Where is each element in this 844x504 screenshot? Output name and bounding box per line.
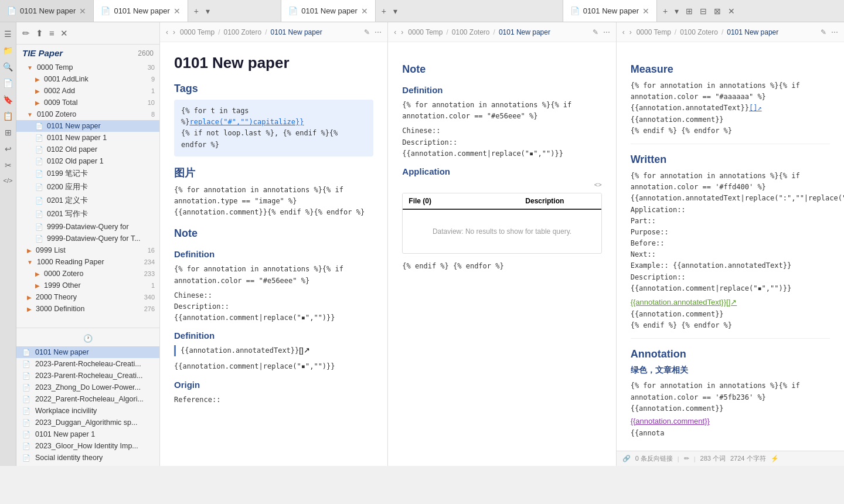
panel-2-edit-icon[interactable]: ✎ [591,27,600,38]
panel-1-edit-icon[interactable]: ✎ [363,27,371,38]
sidebar-tree-item[interactable]: 📄0102 Old paper [16,144,159,155]
sidebar-tree-item[interactable]: ▶2000 Theory340 [16,291,159,303]
sidebar-tree-item[interactable]: 📄0101 New paper 1 [16,132,159,144]
tree-item-count: 340 [144,294,155,301]
p2-breadcrumb-part-2[interactable]: 0100 Zotero [451,27,491,38]
tab-1-2-close[interactable]: ✕ [173,6,181,16]
status-link-count: 0 条反向链接 [635,454,673,463]
measure-link[interactable]: []↗ [749,104,762,112]
recent-item[interactable]: 📄Workplace incivility [16,405,159,417]
sidebar-tree-item[interactable]: 📄0101 New paper [16,120,159,132]
recent-item[interactable]: 📄0101 New paper 1 [16,428,159,440]
sidebar-tree-item[interactable]: 📄0201 定义卡 [16,194,159,207]
rail-search-icon[interactable]: 🔍 [1,60,15,74]
p3-annotated-green-link[interactable]: {{annotation.annotatedText}}[]↗ [631,298,737,307]
status-extra[interactable]: ⚡ [771,455,779,462]
recent-item[interactable]: 📄Social identity theory [16,452,159,464]
recent-item[interactable]: 📄2022_Parent-Rocheleau_Algori... [16,393,159,405]
sidebar-tree-item[interactable]: ▶0000 Zotero233 [16,268,159,280]
panel-2-forward[interactable]: › [400,27,404,38]
panel-3-forward[interactable]: › [628,27,633,38]
app-root: 📄 0101 New paper ✕ 📄 0101 New paper ✕ + … [0,0,844,466]
sidebar-close-icon[interactable]: ✕ [59,27,69,40]
tab-3-1-close[interactable]: ✕ [642,6,649,16]
rail-hamburger-icon[interactable]: ☰ [2,27,14,41]
recent-item[interactable]: 📄2023_Gloor_How Identity Imp... [16,440,159,452]
panel-3-more-icon[interactable]: ⋯ [830,27,839,38]
add-tab-2-button[interactable]: + [379,5,389,17]
p2-breadcrumb-part-1[interactable]: 0000 Temp [407,27,444,38]
rail-clipboard-icon[interactable]: 📋 [1,109,15,123]
breadcrumb-sep-2: / [264,27,268,38]
tab-3-1[interactable]: 📄 0101 New paper ✕ [563,0,657,22]
p3-breadcrumb-part-2[interactable]: 0100 Zotero [679,27,719,38]
tab-1-2[interactable]: 📄 0101 New paper ✕ [94,0,188,22]
tab-1-1[interactable]: 📄 0101 New paper ✕ [0,0,94,22]
panel-2-more-icon[interactable]: ⋯ [602,27,611,38]
restore-icon[interactable]: ⊠ [712,5,723,17]
sidebar-tree-item[interactable]: 📄0102 Old paper 1 [16,155,159,167]
p2-table-resize-icon[interactable]: <> [594,181,602,188]
sidebar-edit-icon[interactable]: ✏ [21,27,31,40]
status-edit-icon[interactable]: ✏ [684,455,689,462]
maximize-icon[interactable]: ⊟ [697,5,709,17]
p3-measure-code: {% for annotation in annotations %}{% if… [631,80,830,137]
recent-item[interactable]: 📄0101 New paper [16,346,159,358]
sidebar-export-icon[interactable]: ⬆ [35,27,45,40]
p3-annotation-purple-link[interactable]: {{annotation.comment}} [631,417,710,425]
sidebar-tree-item[interactable]: 📄0201 写作卡 [16,207,159,221]
sidebar-tree-item[interactable]: 📄0199 笔记卡 [16,167,159,181]
sidebar-tree-item[interactable]: 📄9999-Dataview-Query for [16,221,159,233]
rail-grid-icon[interactable]: ⊞ [2,125,14,139]
status-sep-2: | [694,455,696,462]
recent-item[interactable]: 📄2023_Duggan_Algorithmic sp... [16,417,159,428]
rail-bookmark-icon[interactable]: 🔖 [1,93,15,107]
add-tab-3-button[interactable]: + [661,5,670,17]
panel-2-back[interactable]: ‹ [393,27,397,38]
tab-overflow-3-button[interactable]: ▾ [672,5,681,17]
sidebar-tree-item[interactable]: 📄0200 应用卡 [16,181,159,194]
rail-scissors-icon[interactable]: ✂ [2,158,14,172]
sidebar-tree-item[interactable]: ▼0100 Zotero8 [16,108,159,120]
sidebar-tree-item[interactable]: ▶0001 AddLink9 [16,73,159,85]
annotated-link-1[interactable]: []↗ [299,346,309,355]
recent-icon[interactable]: 🕐 [16,331,159,346]
panel-3-edit-icon[interactable]: ✎ [819,27,828,38]
tab-1-1-close[interactable]: ✕ [79,6,86,16]
add-tab-1-button[interactable]: + [192,5,201,17]
split-view-icon[interactable]: ⊞ [683,5,695,17]
breadcrumb-part-1[interactable]: 0000 Temp [179,27,216,38]
tab-2-1[interactable]: 📄 0101 New paper ✕ [281,0,375,22]
rail-document-icon[interactable]: 📄 [1,76,15,90]
p3-breadcrumb-part-1[interactable]: 0000 Temp [635,27,672,38]
breadcrumb-part-2[interactable]: 0100 Zotero [223,27,263,38]
sidebar-tree-item[interactable]: ▶3000 Definition276 [16,303,159,315]
sidebar-tree-item[interactable]: ▼0000 Temp30 [16,62,159,73]
sidebar-tree-item[interactable]: ▶0999 List16 [16,244,159,256]
tab-2-1-close[interactable]: ✕ [361,6,368,16]
recent-item[interactable]: 📄2023_Zhong_Do Lower-Power... [16,382,159,393]
panel-1-more-icon[interactable]: ⋯ [373,27,383,38]
rail-folder-icon[interactable]: 📁 [1,43,15,57]
tags-capitalize-link[interactable]: replace("#","")capitalize}} [189,118,304,126]
sidebar-tree-item[interactable]: ▼1000 Reading Paper234 [16,256,159,268]
rail-history-icon[interactable]: ↩ [2,142,14,156]
sidebar-tree-item[interactable]: ▶0009 Total10 [16,97,159,108]
sidebar-tree-item[interactable]: 📄9999-Dataview-Query for T... [16,233,159,244]
panel-1-nav: ‹ › 0000 Temp / 0100 Zotero / 0101 New p… [160,22,387,42]
recent-item[interactable]: 📄2023-Parent-Rocheleau-Creati... [16,358,159,370]
p2-note-heading: Note [402,63,601,76]
sidebar-list-icon[interactable]: ≡ [48,27,56,39]
tab-overflow-1-button[interactable]: ▾ [203,5,212,17]
definition-text-1: Chinese:: Description:: {{annotation.com… [174,290,373,324]
sidebar-tree-item[interactable]: ▶0002 Add1 [16,85,159,97]
panel-3-breadcrumb: 0000 Temp / 0100 Zotero / 0101 New paper [635,27,817,38]
rail-code-icon[interactable]: </> [1,175,15,186]
panel-3-back[interactable]: ‹ [621,27,626,38]
tab-overflow-2-button[interactable]: ▾ [391,5,400,17]
sidebar-tree-item[interactable]: ▶1999 Other1 [16,280,159,291]
panel-1-forward[interactable]: › [172,27,176,38]
close-window-icon[interactable]: ✕ [726,5,737,17]
recent-item[interactable]: 📄2023-Parent-Rocheleau_Creati... [16,370,159,382]
panel-1-back[interactable]: ‹ [165,27,169,38]
